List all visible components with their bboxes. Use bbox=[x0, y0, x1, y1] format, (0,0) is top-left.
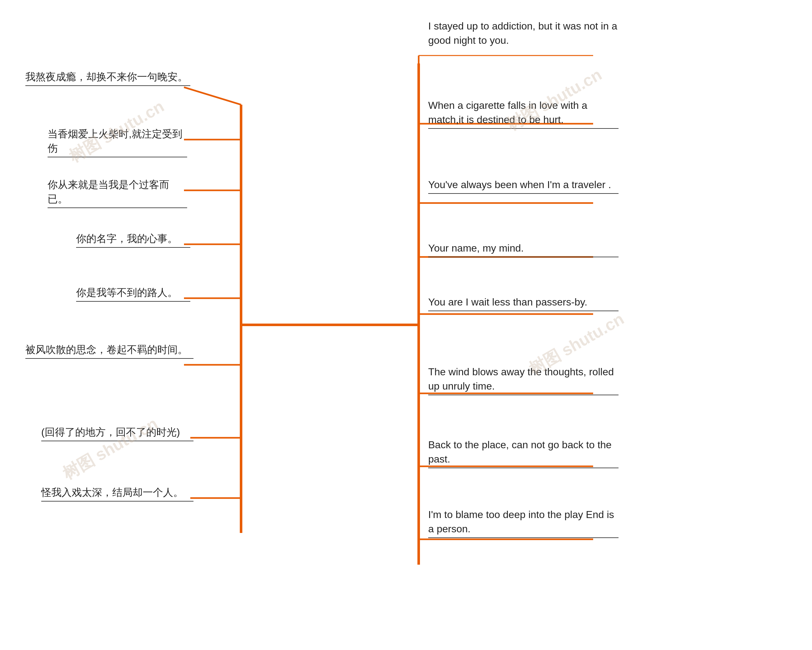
left-node-1: 我熬夜成瘾，却换不来你一句晚安。 bbox=[25, 70, 190, 86]
left-node-7: (回得了的地方，回不了的时光) bbox=[41, 425, 194, 441]
connector-lines bbox=[0, 0, 812, 650]
top-right-text: I stayed up to addiction, but it was not… bbox=[428, 19, 618, 47]
right-node-7: I'm to blame too deep into the play End … bbox=[428, 508, 618, 538]
left-node-8: 怪我入戏太深，结局却一个人。 bbox=[41, 485, 194, 502]
right-node-4: You are I wait less than passers-by. bbox=[428, 295, 618, 311]
watermark-4: 树图 shutu.cn bbox=[59, 413, 162, 485]
right-node-2: You've always been when I'm a traveler . bbox=[428, 178, 618, 194]
left-node-5: 你是我等不到的路人。 bbox=[76, 285, 190, 302]
right-node-6: Back to the place, can not go back to th… bbox=[428, 438, 618, 468]
left-node-6: 被风吹散的思念，卷起不羁的时间。 bbox=[25, 343, 194, 359]
mindmap-container: 树图 shutu.cn 树图 shutu.cn 树图 shutu.cn 树图 s… bbox=[0, 0, 812, 650]
right-node-1: When a cigarette falls in love with a ma… bbox=[428, 98, 618, 129]
right-node-5: The wind blows away the thoughts, rolled… bbox=[428, 365, 618, 395]
left-node-3: 你从来就是当我是个过客而已。 bbox=[47, 178, 187, 208]
left-node-2: 当香烟爱上火柴时,就注定受到伤 bbox=[47, 127, 187, 157]
right-node-3: Your name, my mind. bbox=[428, 241, 618, 257]
svg-line-3 bbox=[184, 87, 241, 105]
left-node-4: 你的名字，我的心事。 bbox=[76, 232, 190, 248]
